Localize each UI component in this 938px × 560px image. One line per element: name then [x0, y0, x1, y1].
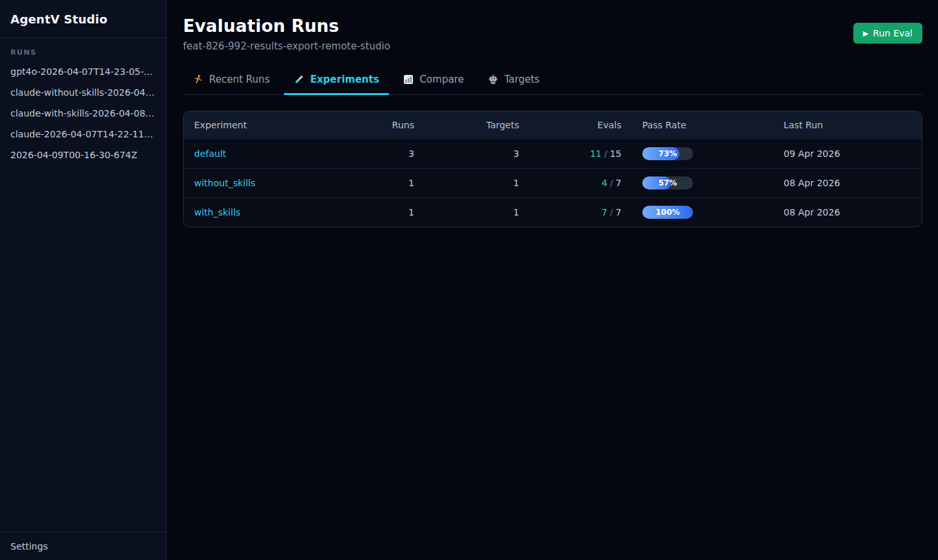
experiment-link[interactable]: default [194, 148, 226, 159]
last-run-date: 08 Apr 2026 [773, 198, 922, 227]
targets-count: 3 [425, 139, 530, 169]
evals-separator: / [601, 148, 610, 159]
table-row: default 3 3 11/15 73% 09 Apr 2026 [184, 139, 922, 169]
col-runs: Runs [320, 111, 425, 139]
table-row: with_skills 1 1 7/7 100% 08 Apr 2026 [184, 198, 922, 227]
col-targets: Targets [425, 111, 530, 139]
sidebar-item-run[interactable]: claude-without-skills-2026-04… [0, 82, 166, 103]
pass-rate-pill: 100% [642, 206, 693, 219]
experiment-link[interactable]: with_skills [194, 207, 240, 217]
sidebar-item-settings[interactable]: Settings [0, 532, 166, 560]
page-header: Evaluation Runs feat-826-992-results-exp… [183, 9, 922, 52]
evals-count: 7/7 [530, 198, 632, 227]
targets-count: 1 [425, 169, 530, 198]
main-content: Evaluation Runs feat-826-992-results-exp… [167, 0, 938, 560]
col-experiment: Experiment [184, 111, 320, 139]
tab-label: Experiments [310, 74, 379, 85]
tab-recent-runs[interactable]: Recent Runs [183, 67, 279, 95]
sidebar-item-run[interactable]: claude-with-skills-2026-04-08… [0, 103, 166, 124]
pass-rate-label: 73% [642, 147, 693, 160]
tab-experiments[interactable]: Experiments [284, 67, 389, 95]
tab-label: Compare [419, 74, 464, 85]
runner-icon [193, 74, 203, 85]
table-header: Experiment Runs Targets Evals Pass Rate … [184, 111, 922, 139]
pass-rate-pill: 73% [642, 147, 693, 160]
run-eval-button[interactable]: ▶ Run Eval [853, 23, 922, 44]
evals-total: 7 [616, 178, 621, 188]
sidebar-header: AgentV Studio [0, 0, 166, 38]
table-row: without_skills 1 1 4/7 57% 08 Apr 2026 [184, 169, 922, 198]
robot-icon [488, 74, 498, 85]
evals-separator: / [607, 207, 616, 217]
experiment-link[interactable]: without_skills [194, 178, 255, 188]
play-icon: ▶ [863, 30, 868, 37]
pass-rate-label: 100% [642, 206, 693, 219]
bar-chart-icon [403, 74, 414, 85]
app-title: AgentV Studio [10, 12, 107, 26]
runs-section-label: RUNS [0, 38, 166, 61]
sidebar-item-run[interactable]: 2026-04-09T00-16-30-674Z [0, 145, 166, 165]
evals-count: 4/7 [530, 169, 632, 198]
page-subtitle: feat-826-992-results-export-remote-studi… [183, 40, 390, 52]
run-list: gpt4o-2026-04-07T14-23-05-… claude-witho… [0, 61, 166, 165]
last-run-date: 08 Apr 2026 [773, 169, 922, 198]
runs-count: 1 [320, 169, 425, 198]
evals-count: 11/15 [530, 139, 632, 169]
evals-separator: / [607, 178, 616, 188]
col-evals: Evals [530, 111, 632, 139]
evals-total: 15 [610, 148, 621, 159]
last-run-date: 09 Apr 2026 [773, 139, 922, 169]
experiments-table: Experiment Runs Targets Evals Pass Rate … [183, 111, 922, 227]
tab-label: Recent Runs [209, 74, 270, 85]
sidebar-item-run[interactable]: gpt4o-2026-04-07T14-23-05-… [0, 61, 166, 82]
tab-label: Targets [504, 74, 539, 85]
runs-count: 1 [320, 198, 425, 227]
col-last-run: Last Run [773, 111, 922, 139]
page-title: Evaluation Runs [183, 16, 390, 36]
targets-count: 1 [425, 198, 530, 227]
runs-count: 3 [320, 139, 425, 169]
sidebar: AgentV Studio RUNS gpt4o-2026-04-07T14-2… [0, 0, 167, 560]
run-eval-button-label: Run Eval [873, 28, 913, 38]
col-pass-rate: Pass Rate [632, 111, 773, 139]
evals-passed: 11 [590, 148, 602, 159]
evals-total: 7 [616, 207, 621, 217]
tab-targets[interactable]: Targets [478, 67, 549, 95]
tab-compare[interactable]: Compare [393, 67, 474, 95]
pass-rate-label: 57% [642, 176, 693, 189]
pass-rate-pill: 57% [642, 176, 693, 189]
test-tube-icon [294, 74, 304, 85]
sidebar-item-run[interactable]: claude-2026-04-07T14-22-11… [0, 124, 166, 145]
tab-bar: Recent Runs Experiments [183, 67, 922, 95]
